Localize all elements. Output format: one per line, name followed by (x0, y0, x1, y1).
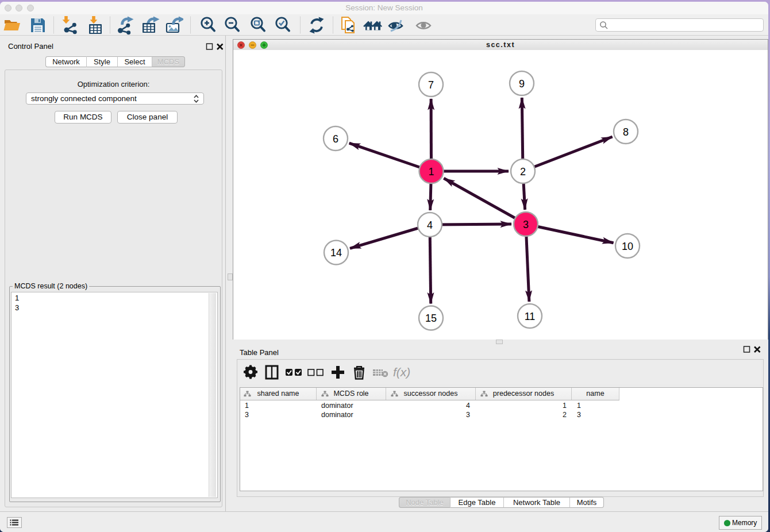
svg-text:2: 2 (520, 166, 526, 178)
svg-text:3: 3 (523, 219, 529, 230)
svg-text:8: 8 (623, 126, 629, 138)
svg-text:1: 1 (428, 166, 434, 178)
svg-text:6: 6 (333, 133, 338, 145)
svg-text:10: 10 (622, 241, 633, 252)
svg-text:4: 4 (427, 219, 433, 231)
svg-text:7: 7 (428, 79, 434, 91)
svg-text:14: 14 (330, 247, 342, 259)
svg-text:f(x): f(x) (393, 365, 410, 379)
svg-text:9: 9 (519, 78, 525, 90)
svg-text:15: 15 (425, 313, 437, 324)
svg-text:11: 11 (525, 311, 536, 322)
